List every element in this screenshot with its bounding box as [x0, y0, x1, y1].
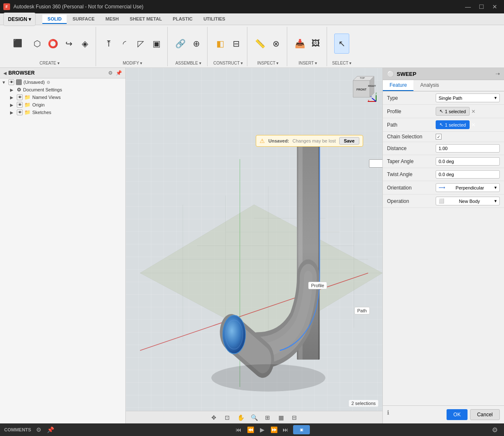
- zoom-extent-button[interactable]: ⊞: [262, 413, 273, 423]
- select-button[interactable]: ↖: [334, 34, 349, 54]
- sweep-panel-footer: ℹ OK Cancel: [383, 405, 504, 423]
- playback-prev-button[interactable]: ⏪: [246, 426, 255, 434]
- document-settings-item[interactable]: ▶ ⚙ Document Settings: [0, 86, 125, 93]
- fit-tool-button[interactable]: ⊡: [222, 413, 232, 423]
- fillet-button[interactable]: ◜: [117, 34, 132, 54]
- decal-button[interactable]: 🖼: [308, 34, 323, 54]
- distance-input[interactable]: [436, 144, 500, 153]
- nav-cube[interactable]: FRONT RIGHT TOP Z X Y: [345, 72, 378, 106]
- measure-button[interactable]: 📏: [252, 34, 268, 54]
- insert-mcad-button[interactable]: 📥: [292, 34, 307, 54]
- pan-tool-button[interactable]: ✥: [209, 413, 219, 423]
- assemble-group: 🔗 ⊕ ASSEMBLE ▾: [169, 27, 208, 66]
- interference-button[interactable]: ⊗: [268, 34, 283, 54]
- save-button[interactable]: Save: [339, 137, 359, 145]
- construct-label[interactable]: CONSTRUCT ▾: [213, 61, 243, 66]
- extrude-button[interactable]: ⬡: [29, 34, 44, 54]
- profile-clear-button[interactable]: ✕: [471, 109, 475, 114]
- path-row: Path ↖ 1 selected ✕: [383, 118, 504, 132]
- sketches-visibility-icon[interactable]: 👁: [17, 109, 23, 115]
- assemble-label[interactable]: ASSEMBLE ▾: [175, 61, 201, 66]
- shell-button[interactable]: ▣: [149, 34, 164, 54]
- orbit-tool-button[interactable]: ✋: [236, 413, 246, 423]
- new-joint-button[interactable]: 🔗: [173, 34, 188, 54]
- tab-plastic[interactable]: PLASTIC: [168, 15, 197, 24]
- origin-item[interactable]: ▶ 👁 📁 Origin: [0, 101, 125, 109]
- svg-text:FRONT: FRONT: [356, 88, 367, 91]
- ok-button[interactable]: OK: [447, 409, 467, 420]
- maximize-button[interactable]: ☐: [475, 3, 487, 11]
- window-controls: — ☐ ✕: [462, 3, 501, 11]
- tab-surface[interactable]: SURFACE: [68, 15, 100, 24]
- path-clear-button[interactable]: ✕: [471, 122, 475, 128]
- browser-pin-icon[interactable]: 📌: [115, 70, 122, 76]
- playback-play-button[interactable]: ▶: [258, 426, 266, 434]
- twist-angle-input[interactable]: [436, 170, 500, 179]
- tab-utilities[interactable]: UTILITIES: [198, 15, 230, 24]
- tab-analysis[interactable]: Analysis: [413, 80, 446, 91]
- settings-gear-button[interactable]: ⚙: [490, 425, 500, 435]
- playback-next-button[interactable]: ⏩: [270, 426, 278, 434]
- comments-pin-icon[interactable]: 📌: [46, 426, 55, 434]
- viewport[interactable]: ⚠ Unsaved: Changes may be lost Save ⋮ Pr…: [126, 68, 382, 423]
- origin-visibility-icon[interactable]: 👁: [17, 102, 23, 108]
- cancel-button[interactable]: Cancel: [470, 409, 500, 420]
- root-settings-icon[interactable]: ⚙: [47, 80, 50, 85]
- root-visibility-icon[interactable]: 👁: [8, 79, 14, 85]
- comments-settings-icon[interactable]: ⚙: [34, 426, 43, 434]
- sketches-item[interactable]: ▶ 👁 📁 Sketches: [0, 109, 125, 116]
- select-label[interactable]: SELECT ▾: [332, 61, 352, 66]
- joint-origin-button[interactable]: ⊕: [189, 34, 204, 54]
- path-selector-button[interactable]: ↖ 1 selected: [436, 120, 470, 129]
- close-button[interactable]: ✕: [489, 3, 501, 11]
- press-pull-button[interactable]: ⤒: [101, 34, 116, 54]
- operation-row: Operation ⬜ New Body ▾: [383, 195, 504, 208]
- 3d-model-view: [126, 68, 382, 423]
- new-component-button[interactable]: ⬛: [7, 34, 29, 54]
- tab-sheet-metal[interactable]: SHEET METAL: [125, 15, 167, 24]
- playback-start-button[interactable]: ⏮: [234, 426, 243, 434]
- minimize-button[interactable]: —: [462, 3, 474, 11]
- design-dropdown[interactable]: DESIGN ▾: [3, 13, 36, 26]
- tab-solid[interactable]: SOLID: [42, 15, 67, 24]
- operation-dropdown[interactable]: ⬜ New Body ▾: [436, 197, 500, 205]
- inspect-label[interactable]: INSPECT ▾: [257, 61, 279, 66]
- named-views-item[interactable]: ▶ 👁 📁 Named Views: [0, 93, 125, 101]
- svg-text:Z: Z: [375, 92, 377, 95]
- sweep-panel: ⚪ SWEEP ⇢ Feature Analysis Type Single P…: [382, 68, 504, 423]
- create-label[interactable]: CREATE ▾: [39, 61, 60, 66]
- sweep-expand-button[interactable]: ⇢: [496, 71, 500, 77]
- orientation-dropdown[interactable]: ⟿ Perpendicular ▾: [436, 183, 500, 192]
- modify-label[interactable]: MODIFY ▾: [123, 61, 142, 66]
- midplane-button[interactable]: ⊟: [229, 34, 244, 54]
- browser-root-item[interactable]: ▼ 👁 (Unsaved) ⚙: [0, 78, 125, 86]
- tab-feature[interactable]: Feature: [383, 80, 413, 91]
- tab-mesh[interactable]: MESH: [101, 15, 124, 24]
- dimension-input[interactable]: [371, 161, 382, 166]
- taper-angle-input[interactable]: [436, 157, 500, 166]
- revolve-icon: ⭕: [48, 39, 58, 49]
- profile-selector-button[interactable]: ↖ 1 selected: [436, 107, 470, 116]
- profile-selected-text: 1 selected: [445, 109, 466, 114]
- insert-label[interactable]: INSERT ▾: [299, 61, 317, 66]
- timeline-thumbnail[interactable]: ▣: [293, 425, 310, 434]
- chamfer-button[interactable]: ◸: [133, 34, 148, 54]
- browser-panel: ◀ BROWSER ⚙ 📌 ▼ 👁 (Unsaved) ⚙ ▶ ⚙ Docume…: [0, 68, 126, 423]
- playback-end-button[interactable]: ⏭: [281, 426, 290, 434]
- root-label: (Unsaved): [23, 80, 45, 85]
- sweep-button[interactable]: ↪: [61, 34, 76, 54]
- named-views-visibility-icon[interactable]: 👁: [17, 94, 23, 100]
- sketches-folder-icon: 📁: [24, 109, 31, 115]
- revolve-button[interactable]: ⭕: [45, 34, 60, 54]
- zoom-in-button[interactable]: 🔍: [249, 413, 259, 423]
- select-icon: ↖: [338, 39, 346, 49]
- info-icon[interactable]: ℹ: [387, 409, 389, 420]
- type-dropdown[interactable]: Single Path ▾: [436, 93, 500, 102]
- loft-button[interactable]: ◈: [77, 34, 92, 54]
- grid-toggle-button[interactable]: ⊟: [289, 413, 299, 423]
- chain-selection-checkbox[interactable]: [436, 134, 442, 140]
- browser-settings-icon[interactable]: ⚙: [107, 70, 114, 76]
- display-mode-button[interactable]: ▦: [276, 413, 286, 423]
- browser-collapse-arrow[interactable]: ◀: [3, 71, 7, 75]
- offset-plane-button[interactable]: ◧: [213, 34, 228, 54]
